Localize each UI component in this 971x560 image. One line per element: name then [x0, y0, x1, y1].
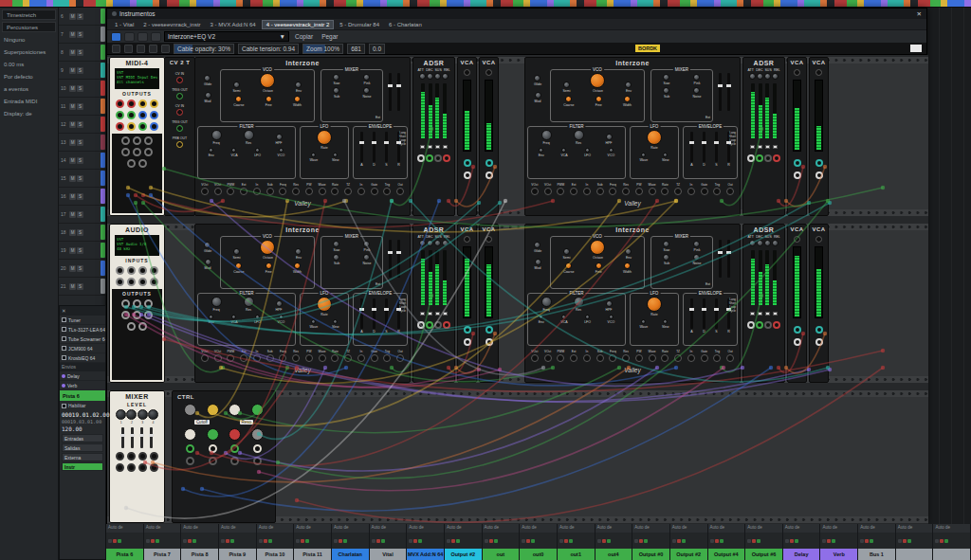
jack[interactable]: [121, 136, 130, 145]
vco-knob[interactable]: [235, 262, 242, 269]
track-setting-label[interactable]: Por defecto: [0, 71, 58, 83]
jack[interactable]: [138, 463, 147, 472]
mixer-channel[interactable]: Auto de Vital: [370, 524, 408, 560]
jack[interactable]: [127, 452, 136, 461]
sus-slider[interactable]: [765, 250, 769, 305]
track-row[interactable]: 21 M S: [59, 278, 105, 296]
fx-slot-dot[interactable]: [334, 539, 338, 543]
mixer-channel[interactable]: Auto de Pista 8: [181, 524, 219, 560]
track-setting-label[interactable]: Entrada MIDI: [0, 96, 58, 108]
param-knob[interactable]: [757, 73, 763, 80]
jack[interactable]: [319, 188, 326, 195]
freq-knob[interactable]: [541, 130, 552, 140]
jack[interactable]: [253, 354, 261, 362]
sus-slider[interactable]: [765, 83, 769, 138]
solo-button[interactable]: S: [77, 31, 83, 38]
fx-slot-dot[interactable]: [409, 539, 412, 543]
mod-depth-knob[interactable]: [255, 148, 260, 153]
record-arm-dot[interactable]: [188, 539, 192, 543]
jack[interactable]: [331, 188, 339, 195]
env-slider[interactable]: [373, 132, 376, 162]
fx-slot-dot[interactable]: [372, 539, 376, 543]
macro-knob[interactable]: [251, 404, 264, 416]
lfo-knob[interactable]: [333, 319, 338, 324]
record-arm-dot[interactable]: [639, 539, 643, 543]
channel-name[interactable]: Output #0: [632, 549, 669, 560]
gear-icon[interactable]: [151, 32, 161, 42]
jack[interactable]: [747, 321, 755, 329]
channel-name[interactable]: Pista 10: [257, 549, 294, 560]
vco-knob[interactable]: [266, 96, 272, 102]
jack[interactable]: [661, 354, 669, 362]
channel-automation-button[interactable]: Auto de: [332, 524, 369, 533]
jack[interactable]: [649, 188, 656, 195]
mixer-channel[interactable]: Auto de: [896, 524, 934, 560]
jack[interactable]: [121, 299, 130, 308]
jack[interactable]: [396, 354, 404, 362]
mode-button[interactable]: [773, 145, 778, 149]
mute-button[interactable]: M: [69, 67, 76, 74]
mod-depth-knob[interactable]: [231, 315, 236, 319]
mute-button[interactable]: M: [69, 283, 76, 290]
hpf-knob[interactable]: [606, 300, 613, 307]
mod-depth-knob[interactable]: [585, 148, 590, 153]
solo-button[interactable]: S: [77, 283, 83, 290]
slider[interactable]: [719, 240, 722, 278]
out-jack[interactable]: [815, 338, 823, 346]
mode-button[interactable]: [758, 145, 762, 149]
in-jack[interactable]: [464, 326, 471, 334]
vco-knob[interactable]: [235, 96, 242, 102]
solo-button[interactable]: S: [77, 49, 83, 56]
track-row[interactable]: 10 M S: [59, 80, 105, 98]
channel-name[interactable]: out: [483, 549, 520, 560]
monitor-dot[interactable]: [494, 539, 498, 543]
record-arm-dot[interactable]: [301, 539, 304, 543]
mixer-channel[interactable]: Auto de out4: [595, 524, 633, 560]
res-knob[interactable]: [244, 297, 254, 307]
monitor-dot[interactable]: [192, 539, 196, 543]
undo-icon[interactable]: [149, 45, 157, 53]
track-setting-label[interactable]: Superposiciones: [0, 46, 58, 59]
param-knob[interactable]: [419, 240, 426, 246]
fx-slot-dot[interactable]: [183, 539, 187, 543]
jack[interactable]: [138, 452, 147, 461]
rate-knob[interactable]: [317, 130, 332, 145]
param-knob[interactable]: [749, 73, 756, 80]
macro-knob[interactable]: [184, 404, 196, 416]
mod-depth-knob[interactable]: [255, 315, 260, 319]
cable-tension-slider[interactable]: Cable tension: 0.94: [238, 44, 299, 54]
jack[interactable]: [176, 109, 183, 116]
knob[interactable]: [204, 242, 211, 248]
jack[interactable]: [150, 463, 158, 472]
mixer-channel[interactable]: Auto de Charlatan: [332, 524, 370, 560]
record-arm-dot[interactable]: [715, 539, 719, 543]
track-row[interactable]: 11 M S: [59, 98, 105, 116]
mod-depth-knob[interactable]: [231, 148, 236, 153]
env-slider[interactable]: [385, 132, 388, 162]
fx-slot-dot[interactable]: [447, 539, 450, 543]
solo-button[interactable]: S: [77, 265, 83, 272]
dec-slider[interactable]: [759, 83, 762, 138]
jack[interactable]: [583, 354, 591, 362]
in-jack[interactable]: [815, 326, 823, 334]
mute-button[interactable]: M: [69, 49, 76, 56]
knob[interactable]: [534, 242, 540, 248]
fx-item[interactable]: Tuner: [60, 316, 105, 325]
jack[interactable]: [127, 463, 136, 472]
jack[interactable]: [544, 188, 552, 195]
slider[interactable]: [150, 427, 153, 448]
monitor-dot[interactable]: [456, 539, 460, 543]
jack[interactable]: [649, 354, 656, 362]
mode-button[interactable]: [420, 145, 425, 149]
fx-chain-tab[interactable]: 5 - Drumular 84: [336, 21, 383, 28]
record-arm-dot[interactable]: [413, 539, 417, 543]
channel-name[interactable]: Bus 1: [858, 549, 895, 560]
cv-jack[interactable]: [815, 69, 822, 76]
solo-button[interactable]: S: [77, 193, 83, 200]
monitor-dot[interactable]: [944, 539, 948, 543]
mix-knob[interactable]: [363, 74, 370, 81]
out-jack[interactable]: [464, 172, 471, 179]
fx-bypass-icon[interactable]: [111, 32, 121, 42]
jack[interactable]: [214, 354, 222, 362]
monitor-dot[interactable]: [757, 539, 760, 543]
